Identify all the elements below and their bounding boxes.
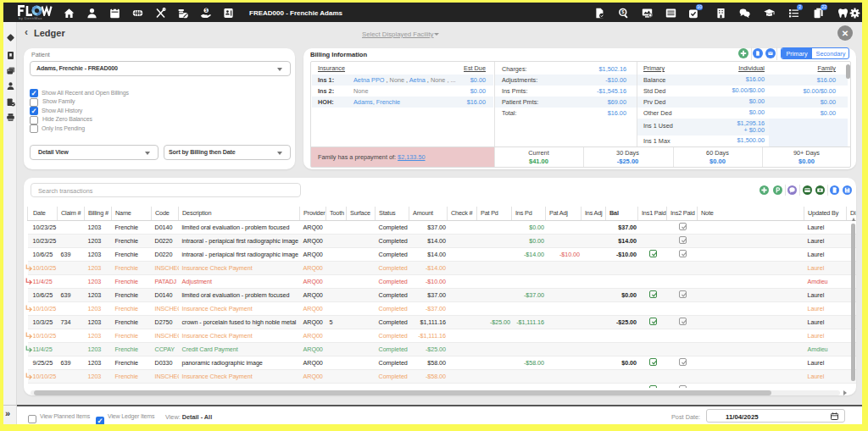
svg-text:$: $ xyxy=(621,9,624,14)
